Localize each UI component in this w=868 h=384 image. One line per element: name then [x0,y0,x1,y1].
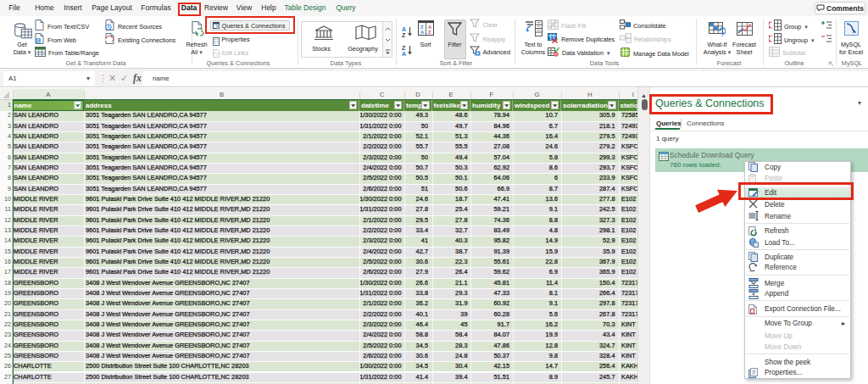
svg-text:Z: Z [402,45,406,51]
svg-text:Z: Z [428,30,431,35]
svg-text:Z: Z [402,32,406,38]
svg-text:?: ? [721,31,724,37]
svg-text:A: A [402,26,406,32]
svg-text:Z: Z [420,24,424,29]
svg-text:A: A [402,51,406,57]
